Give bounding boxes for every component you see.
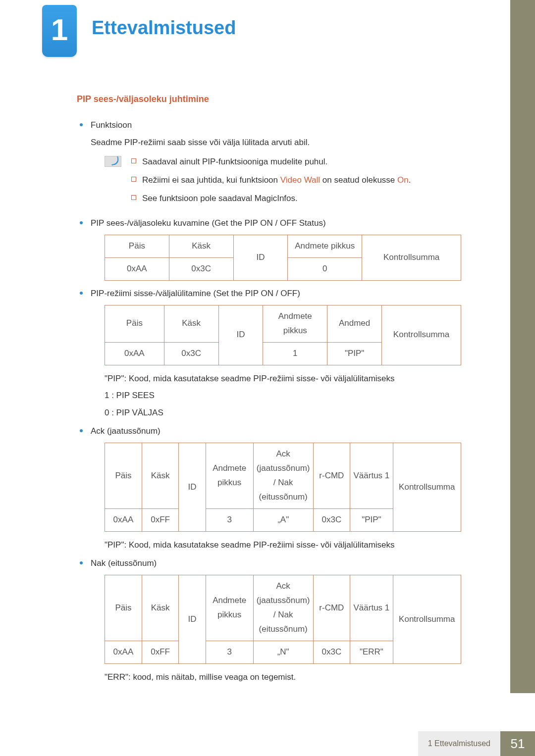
footnote: 0 : PIP VÄLJAS: [105, 405, 458, 421]
footnote: "ERR": kood, mis näitab, millise veaga o…: [105, 670, 458, 685]
th: Päis: [105, 235, 169, 258]
th: Päis: [105, 443, 142, 509]
footer-page-number: 51: [500, 731, 535, 756]
bullet-ack: Ack (jaatussõnum) Päis Käsk ID Andmete p…: [77, 424, 458, 553]
bullet-set-onoff: PIP-režiimi sisse-/väljalülitamine (Set …: [77, 287, 458, 420]
th: Kontrollsumma: [362, 235, 461, 281]
td: 0xAA: [105, 258, 169, 281]
table-set-onoff: Päis Käsk ID Andmete pikkus Andmed Kontr…: [105, 305, 461, 365]
th: Andmete pikkus: [206, 575, 253, 641]
th: Käsk: [142, 575, 178, 641]
th: Kontrollsumma: [393, 443, 461, 531]
text: .: [409, 175, 411, 185]
th: Kontrollsumma: [382, 305, 461, 365]
td: 0x3C: [313, 508, 350, 531]
td: „N": [253, 641, 313, 663]
th: Käsk: [164, 305, 218, 343]
footnote: "PIP": Kood, mida kasutatakse seadme PIP…: [105, 538, 458, 553]
chapter-title: Ettevalmistused: [92, 17, 236, 39]
th: Andmed: [327, 305, 382, 343]
th: ID: [233, 235, 288, 281]
page-content: PIP sees-/väljasoleku juhtimine Funktsio…: [77, 94, 458, 689]
table-ack: Päis Käsk ID Andmete pikkus Ack (jaatuss…: [105, 443, 461, 531]
td: 0: [288, 258, 362, 281]
td: "PIP": [327, 342, 382, 365]
bullet-get-status: PIP sees-/väljasoleku kuvamine (Get the …: [77, 216, 458, 281]
th: ID: [179, 443, 206, 531]
page-footer: 1 Ettevalmistused 51: [418, 731, 535, 756]
th: r-CMD: [313, 443, 350, 509]
footnote: "PIP": Kood, mida kasutatakse seadme PIP…: [105, 371, 458, 387]
footer-breadcrumb: 1 Ettevalmistused: [418, 731, 500, 756]
table-footnotes: "PIP": Kood, mida kasutatakse seadme PIP…: [105, 538, 458, 553]
table-nak: Päis Käsk ID Andmete pikkus Ack (jaatuss…: [105, 575, 461, 663]
td: 0xAA: [105, 641, 142, 663]
th: Andmete pikkus: [263, 305, 327, 343]
th: Andmete pikkus: [206, 443, 253, 509]
th: Käsk: [169, 235, 233, 258]
th: Väärtus 1: [350, 575, 393, 641]
th: ID: [179, 575, 206, 663]
bullet-text: Ack (jaatussõnum): [91, 426, 160, 436]
note-item: Režiimi ei saa juhtida, kui funktsioon V…: [130, 173, 411, 188]
td: 3: [206, 508, 253, 531]
td: "PIP": [350, 508, 393, 531]
note-item: See funktsioon pole saadaval MagicInfos.: [130, 192, 411, 206]
bullet-desc: Seadme PIP-režiimi saab sisse või välja …: [91, 136, 458, 150]
th: Väärtus 1: [350, 443, 393, 509]
td: 0xAA: [105, 508, 142, 531]
td: 3: [206, 641, 253, 663]
td: „A": [253, 508, 313, 531]
table-footnotes: "ERR": kood, mis näitab, millise veaga o…: [105, 670, 458, 685]
td: 0xAA: [105, 342, 164, 365]
th: Päis: [105, 575, 142, 641]
th: Käsk: [142, 443, 178, 509]
chapter-number-tab: 1: [42, 5, 77, 57]
td: 1: [263, 342, 327, 365]
note-icon: [105, 156, 121, 167]
bullet-title: Funktsioon: [91, 120, 132, 130]
th: Ack (jaatussõnum) / Nak (eitussõnum): [253, 575, 313, 641]
th: ID: [218, 305, 263, 365]
bullet-nak: Nak (eitussõnum) Päis Käsk ID Andmete pi…: [77, 556, 458, 685]
highlight: Video Wall: [280, 175, 320, 185]
section-heading: PIP sees-/väljasoleku juhtimine: [77, 94, 458, 104]
bullet-text: PIP sees-/väljasoleku kuvamine (Get the …: [91, 218, 326, 228]
highlight: On: [397, 175, 409, 185]
td: 0x3C: [164, 342, 218, 365]
th: Päis: [105, 305, 164, 343]
th: r-CMD: [313, 575, 350, 641]
text: Režiimi ei saa juhtida, kui funktsioon: [142, 175, 280, 185]
note-item: Saadaval ainult PIP-funktsiooniga mudeli…: [130, 155, 411, 169]
th: Andmete pikkus: [288, 235, 362, 258]
td: 0xFF: [142, 508, 178, 531]
bullet-text: Nak (eitussõnum): [91, 558, 157, 568]
text: on seatud olekusse: [320, 175, 397, 185]
bullet-funktsioon: Funktsioon Seadme PIP-režiimi saab sisse…: [77, 118, 458, 209]
th: Ack (jaatussõnum) / Nak (eitussõnum): [253, 443, 313, 509]
table-footnotes: "PIP": Kood, mida kasutatakse seadme PIP…: [105, 371, 458, 421]
td: "ERR": [350, 641, 393, 663]
footnote: 1 : PIP SEES: [105, 388, 458, 403]
side-accent-bar: [510, 0, 535, 693]
th: Kontrollsumma: [393, 575, 461, 663]
td: 0xFF: [142, 641, 178, 663]
td: 0x3C: [169, 258, 233, 281]
bullet-text: PIP-režiimi sisse-/väljalülitamine (Set …: [91, 289, 300, 298]
note-box: Saadaval ainult PIP-funktsiooniga mudeli…: [105, 155, 458, 210]
td: 0x3C: [313, 641, 350, 663]
table-get-status: Päis Käsk ID Andmete pikkus Kontrollsumm…: [105, 235, 461, 281]
